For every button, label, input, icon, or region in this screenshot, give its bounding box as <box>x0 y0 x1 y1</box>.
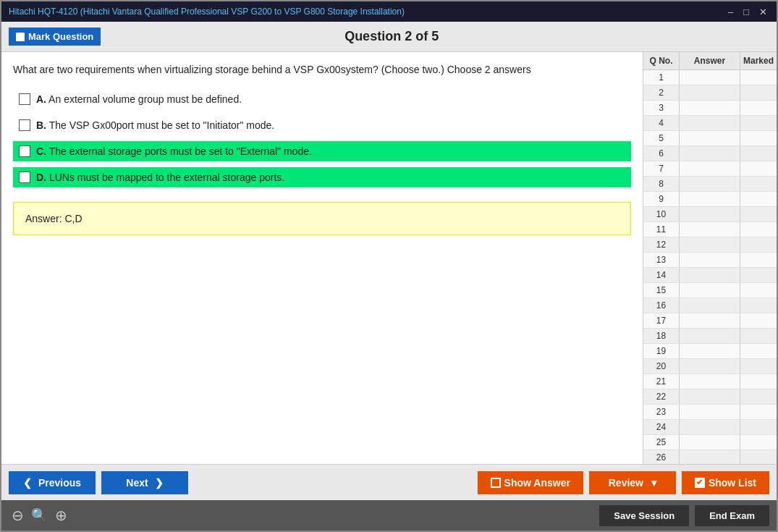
side-panel-row[interactable]: 15 <box>643 283 777 298</box>
side-panel-row[interactable]: 11 <box>643 222 777 237</box>
row-answer <box>680 131 740 145</box>
side-panel-row[interactable]: 16 <box>643 298 777 313</box>
mark-question-label: Mark Question <box>28 31 93 42</box>
row-qno: 5 <box>643 131 680 145</box>
show-list-check-icon: ✔ <box>695 478 705 488</box>
zoom-out-button[interactable]: ⊖ <box>9 507 26 524</box>
option-d-checkbox[interactable] <box>19 172 30 183</box>
side-panel-row[interactable]: 5 <box>643 131 777 146</box>
option-a[interactable]: A. An external volume group must be defi… <box>13 89 631 109</box>
row-qno: 16 <box>643 298 680 313</box>
side-panel-row[interactable]: 14 <box>643 268 777 283</box>
next-button[interactable]: Next <box>101 471 188 494</box>
option-d[interactable]: D. LUNs must be mapped to the external s… <box>13 167 631 187</box>
option-c[interactable]: C. The external storage ports must be se… <box>13 141 631 161</box>
side-panel-row[interactable]: 19 <box>643 344 777 359</box>
row-answer <box>680 161 740 176</box>
main-window: Hitachi HQT-4120 (Hitachi Vantara Qualif… <box>0 0 778 532</box>
mark-question-button[interactable]: Mark Question <box>9 28 101 46</box>
option-b-label: B. The VSP Gx00port must be set to "Init… <box>36 119 274 131</box>
side-panel-row[interactable]: 10 <box>643 207 777 222</box>
side-panel-row[interactable]: 23 <box>643 405 777 420</box>
side-panel-row[interactable]: 9 <box>643 192 777 207</box>
row-answer <box>680 146 740 161</box>
row-answer <box>680 237 740 252</box>
row-answer <box>680 405 740 419</box>
question-area: What are two requirements when virtualiz… <box>1 52 643 464</box>
end-exam-button[interactable]: End Exam <box>695 505 769 526</box>
side-panel-row[interactable]: 25 <box>643 435 777 450</box>
side-panel-row[interactable]: 24 <box>643 420 777 435</box>
row-answer <box>680 85 740 100</box>
row-answer <box>680 344 740 358</box>
row-qno: 7 <box>643 161 680 176</box>
header-answer: Answer <box>680 52 740 69</box>
save-session-button[interactable]: Save Session <box>599 505 689 526</box>
row-marked <box>740 101 777 115</box>
bottom-nav: Previous Next Show Answer Review ▾ ✔ Sho… <box>1 464 777 500</box>
option-b-checkbox[interactable] <box>19 119 30 131</box>
row-answer <box>680 435 740 449</box>
option-a-label: A. An external volume group must be defi… <box>36 93 242 105</box>
row-marked <box>740 253 777 267</box>
row-answer <box>680 268 740 282</box>
side-panel-row[interactable]: 8 <box>643 177 777 192</box>
row-marked <box>740 192 777 206</box>
row-answer <box>680 389 740 404</box>
close-button[interactable]: ✕ <box>757 7 769 17</box>
side-panel-row[interactable]: 13 <box>643 253 777 268</box>
maximize-button[interactable]: □ <box>741 7 751 17</box>
zoom-controls: ⊖ 🔍 ⊕ <box>9 507 69 524</box>
side-panel-row[interactable]: 7 <box>643 161 777 177</box>
side-panel-row[interactable]: 4 <box>643 116 777 131</box>
row-marked <box>740 450 777 464</box>
row-qno: 24 <box>643 420 680 434</box>
row-qno: 20 <box>643 359 680 373</box>
minimize-button[interactable]: – <box>726 7 735 17</box>
end-exam-label: End Exam <box>709 510 755 521</box>
window-title: Hitachi HQT-4120 (Hitachi Vantara Qualif… <box>9 7 405 17</box>
side-panel-row[interactable]: 3 <box>643 101 777 116</box>
row-marked <box>740 313 777 328</box>
option-c-checkbox[interactable] <box>19 145 30 157</box>
question-title: Question 2 of 5 <box>344 29 439 44</box>
review-label: Review <box>609 477 643 489</box>
side-panel-row[interactable]: 21 <box>643 374 777 389</box>
side-panel-row[interactable]: 20 <box>643 359 777 374</box>
row-answer <box>680 70 740 85</box>
side-panel-rows[interactable]: 1 2 3 4 5 6 7 8 <box>643 70 777 464</box>
row-qno: 15 <box>643 283 680 297</box>
side-panel-row[interactable]: 17 <box>643 313 777 329</box>
side-panel-row[interactable]: 6 <box>643 146 777 161</box>
row-answer <box>680 101 740 115</box>
row-marked <box>740 344 777 358</box>
show-answer-button[interactable]: Show Answer <box>478 471 583 494</box>
row-marked <box>740 146 777 161</box>
question-text: What are two requirements when virtualiz… <box>13 62 631 77</box>
row-qno: 26 <box>643 450 680 464</box>
row-qno: 8 <box>643 177 680 191</box>
side-panel-row[interactable]: 18 <box>643 329 777 344</box>
next-arrow-icon <box>152 477 164 489</box>
toolbar: Mark Question Question 2 of 5 <box>1 22 777 52</box>
zoom-in-button[interactable]: ⊕ <box>52 507 69 524</box>
show-list-button[interactable]: ✔ Show List <box>682 471 769 494</box>
mark-icon <box>16 33 25 41</box>
side-panel-row[interactable]: 12 <box>643 237 777 253</box>
row-marked <box>740 389 777 404</box>
previous-button[interactable]: Previous <box>9 471 96 494</box>
show-answer-checkbox-icon <box>491 478 501 488</box>
row-qno: 3 <box>643 101 680 115</box>
option-b[interactable]: B. The VSP Gx00port must be set to "Init… <box>13 115 631 135</box>
side-panel-row[interactable]: 1 <box>643 70 777 85</box>
main-content: What are two requirements when virtualiz… <box>1 52 777 464</box>
side-panel-row[interactable]: 22 <box>643 389 777 405</box>
zoom-normal-button[interactable]: 🔍 <box>30 507 48 524</box>
side-panel-row[interactable]: 26 <box>643 450 777 464</box>
side-panel-row[interactable]: 2 <box>643 85 777 101</box>
review-button[interactable]: Review ▾ <box>589 471 676 494</box>
review-dropdown-icon: ▾ <box>651 477 656 489</box>
row-qno: 19 <box>643 344 680 358</box>
row-marked <box>740 420 777 434</box>
option-a-checkbox[interactable] <box>19 93 30 105</box>
